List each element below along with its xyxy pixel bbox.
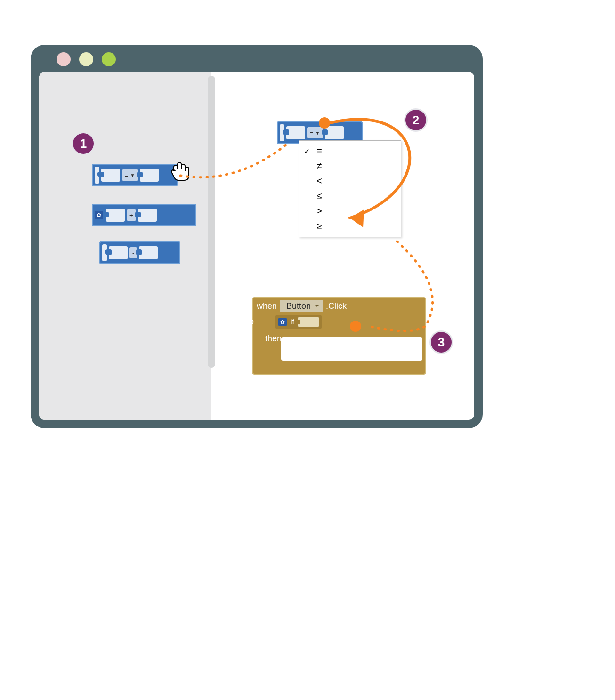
- op-option-neq[interactable]: ≠: [299, 159, 401, 174]
- math-op-label: +: [127, 209, 136, 221]
- math-add-block[interactable]: ✿ +: [92, 204, 196, 226]
- caret-down-icon: ▼: [130, 173, 135, 178]
- traffic-lights: [57, 52, 116, 66]
- close-icon[interactable]: [57, 52, 71, 66]
- guide-dot-icon: [350, 321, 361, 332]
- component-dropdown[interactable]: Button: [280, 300, 323, 312]
- step-badge-3: 3: [431, 332, 452, 353]
- titlebar: [31, 45, 483, 73]
- when-button-click-block[interactable]: when Button .Click do ✿ if then: [252, 297, 426, 375]
- op-option-lte[interactable]: ≤: [299, 189, 401, 204]
- operator-dropdown-menu: = ≠ < ≤ > ≥: [299, 140, 401, 237]
- step-badge-2: 2: [405, 110, 426, 130]
- compare-op-label: =: [125, 172, 129, 179]
- op-option-gte[interactable]: ≥: [299, 219, 401, 234]
- then-body-cutout: [281, 337, 422, 361]
- client-area: 1 = ▼ ✿ +: [39, 72, 474, 420]
- minimize-icon[interactable]: [79, 52, 93, 66]
- app-window: 1 = ▼ ✿ +: [31, 45, 483, 428]
- if-block[interactable]: ✿ if: [275, 315, 322, 329]
- do-label: do: [244, 317, 254, 327]
- compare-op-dropdown[interactable]: = ▼: [122, 169, 138, 181]
- dragged-op-label: =: [310, 129, 314, 137]
- grab-cursor-icon: [169, 161, 190, 182]
- op-option-eq[interactable]: =: [299, 144, 401, 159]
- op-option-lt[interactable]: <: [299, 174, 401, 189]
- caret-down-icon: ▼: [316, 130, 320, 136]
- when-label: when: [257, 301, 277, 311]
- event-suffix: .Click: [326, 301, 347, 311]
- palette-scrollbar[interactable]: [208, 76, 215, 368]
- zoom-icon[interactable]: [102, 52, 116, 66]
- gear-icon[interactable]: ✿: [95, 211, 103, 219]
- step-badge-1: 1: [73, 133, 94, 154]
- gear-icon[interactable]: ✿: [278, 318, 287, 326]
- math-sub-block[interactable]: -: [99, 241, 180, 264]
- guide-dot-icon: [319, 117, 330, 129]
- op-option-gt[interactable]: >: [299, 204, 401, 219]
- then-label: then: [265, 334, 282, 344]
- compare-block[interactable]: = ▼: [92, 164, 178, 186]
- if-condition-socket[interactable]: [298, 317, 319, 327]
- if-label: if: [291, 318, 294, 326]
- component-label: Button: [286, 301, 311, 311]
- dragged-op-dropdown[interactable]: = ▼: [307, 127, 323, 138]
